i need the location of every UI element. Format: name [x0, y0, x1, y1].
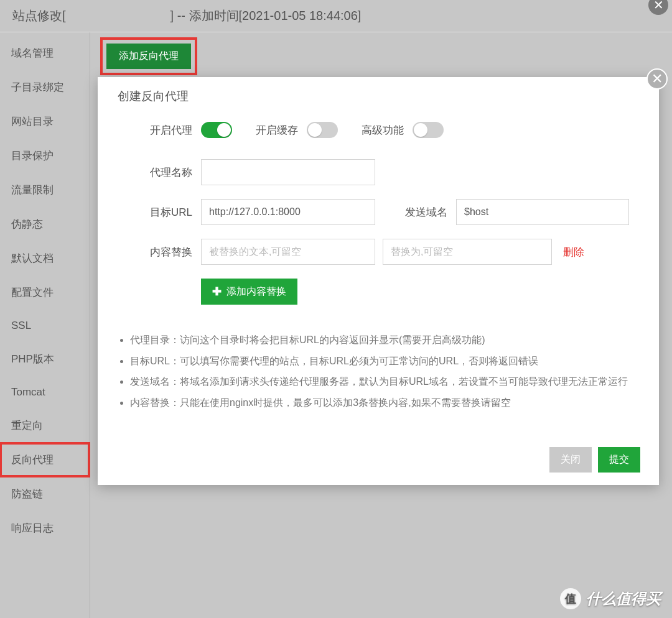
sidebar-item-11[interactable]: 重定向: [0, 408, 90, 443]
target-url-input[interactable]: [201, 199, 375, 225]
sidebar-item-12[interactable]: 反向代理: [0, 443, 90, 477]
sidebar-item-13[interactable]: 防盗链: [0, 477, 90, 511]
modal-title: 创建反向代理: [118, 88, 642, 104]
target-url-label: 目标URL: [124, 205, 192, 219]
help-item-0: 代理目录：访问这个目录时将会把目标URL的内容返回并显示(需要开启高级功能): [130, 330, 642, 351]
create-proxy-modal: ✕ 创建反向代理 开启代理 开启缓存 高级功能 代理名称: [98, 77, 659, 485]
watermark-badge-icon: 值: [560, 588, 581, 609]
sidebar-item-14[interactable]: 响应日志: [0, 511, 90, 545]
advanced-toggle[interactable]: [413, 122, 444, 138]
add-content-replace-button[interactable]: ✚ 添加内容替换: [201, 279, 297, 305]
replace-from-input[interactable]: [201, 239, 375, 265]
sidebar-item-6[interactable]: 默认文档: [0, 241, 90, 275]
send-domain-input[interactable]: [456, 199, 629, 225]
help-item-1: 目标URL：可以填写你需要代理的站点，目标URL必须为可正常访问的URL，否则将…: [130, 351, 642, 372]
title-prefix: 站点修改[: [12, 7, 66, 24]
sidebar-item-9[interactable]: PHP版本: [0, 342, 90, 376]
watermark-text: 什么值得买: [586, 589, 661, 609]
help-item-2: 发送域名：将域名添加到请求头传递给代理服务器，默认为目标URL域名，若设置不当可…: [130, 371, 642, 392]
sidebar-item-7[interactable]: 配置文件: [0, 275, 90, 310]
replace-to-input[interactable]: [383, 239, 552, 265]
submit-button[interactable]: 提交: [598, 447, 640, 473]
enable-proxy-toggle[interactable]: [201, 122, 232, 138]
page-close-icon[interactable]: ✕: [648, 0, 668, 15]
delete-replace-link[interactable]: 删除: [563, 245, 584, 259]
sidebar: 域名管理子目录绑定网站目录目录保护流量限制伪静态默认文档配置文件SSLPHP版本…: [0, 32, 90, 618]
content-replace-label: 内容替换: [124, 245, 192, 259]
add-content-replace-label: 添加内容替换: [226, 285, 286, 298]
help-list: 代理目录：访问这个目录时将会把目标URL的内容返回并显示(需要开启高级功能)目标…: [115, 330, 642, 413]
sidebar-item-5[interactable]: 伪静态: [0, 207, 90, 241]
sidebar-item-8[interactable]: SSL: [0, 310, 90, 342]
sidebar-item-1[interactable]: 子目录绑定: [0, 70, 90, 104]
send-domain-label: 发送域名: [393, 205, 447, 219]
sidebar-item-2[interactable]: 网站目录: [0, 104, 90, 139]
enable-cache-label: 开启缓存: [250, 123, 298, 137]
add-reverse-proxy-button[interactable]: 添加反向代理: [106, 44, 191, 69]
title-suffix: ] -- 添加时间[2021-01-05 18:44:06]: [170, 7, 362, 24]
help-item-3: 内容替换：只能在使用nginx时提供，最多可以添加3条替换内容,如果不需要替换请…: [130, 392, 642, 413]
plus-icon: ✚: [212, 285, 222, 298]
sidebar-item-10[interactable]: Tomcat: [0, 376, 90, 408]
add-proxy-highlight: 添加反向代理: [103, 40, 195, 73]
watermark: 值 什么值得买: [560, 588, 661, 609]
advanced-label: 高级功能: [355, 123, 404, 137]
proxy-name-input[interactable]: [201, 159, 375, 185]
sidebar-item-4[interactable]: 流量限制: [0, 173, 90, 207]
modal-close-icon[interactable]: ✕: [646, 68, 668, 90]
title-mask: [68, 9, 168, 23]
titlebar: 站点修改[ ] -- 添加时间[2021-01-05 18:44:06] ✕: [0, 0, 672, 32]
enable-cache-toggle[interactable]: [307, 122, 338, 138]
enable-proxy-label: 开启代理: [124, 123, 192, 137]
proxy-name-label: 代理名称: [124, 165, 192, 180]
sidebar-item-0[interactable]: 域名管理: [0, 36, 90, 70]
close-button[interactable]: 关闭: [549, 447, 592, 473]
sidebar-item-3[interactable]: 目录保护: [0, 139, 90, 173]
